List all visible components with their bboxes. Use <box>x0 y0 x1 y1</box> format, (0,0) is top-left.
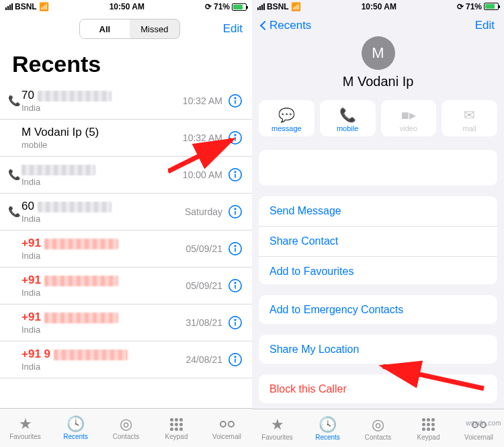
info-icon[interactable] <box>228 315 243 330</box>
share-contact-option[interactable]: Share Contact <box>259 227 497 257</box>
info-icon[interactable] <box>228 130 243 145</box>
call-time: 24/08/21 <box>186 354 223 365</box>
mail-icon: ✉ <box>444 107 495 123</box>
tab-bar: ★Favourites 🕓Recents ◎Contacts Keypad Vo… <box>252 409 504 447</box>
outgoing-call-icon: 📞 <box>8 95 22 107</box>
call-row[interactable]: 📞60 IndiaSaturday <box>0 194 252 231</box>
svg-point-8 <box>235 171 235 172</box>
svg-point-14 <box>235 245 235 246</box>
emergency-card: Add to Emergency Contacts <box>259 295 497 324</box>
call-sublabel: India <box>22 177 183 187</box>
tab-recents[interactable]: 🕓Recents <box>302 416 353 441</box>
svg-point-17 <box>235 282 235 283</box>
tab-favourites[interactable]: ★Favourites <box>252 416 302 441</box>
watermark: wsxdn.com <box>466 419 501 427</box>
keypad-icon <box>422 418 435 431</box>
add-favourites-option[interactable]: Add to Favourites <box>259 257 497 284</box>
call-row[interactable]: 📞70 India10:32 AM <box>0 83 252 120</box>
segmented-control[interactable]: All Missed <box>79 19 180 39</box>
info-icon[interactable] <box>228 93 243 108</box>
edit-button[interactable]: Edit <box>475 19 495 32</box>
caller-name: 60 <box>22 200 185 213</box>
tab-keypad[interactable]: Keypad <box>151 415 202 440</box>
caller-name: +91 <box>22 311 186 324</box>
avatar: M <box>362 36 395 70</box>
status-bar: BSNL 📶 10:50 AM ⟳ 71% <box>252 0 504 13</box>
share-location-option[interactable]: Share My Location <box>259 335 497 364</box>
battery-percent: 71% <box>214 2 230 11</box>
caller-name: +91 <box>22 237 186 250</box>
signal-icon <box>5 3 13 10</box>
battery-icon <box>484 3 499 10</box>
contact-name: M Vodani Ip <box>252 74 504 89</box>
wifi-icon: 📶 <box>291 2 301 11</box>
call-sublabel: mobile <box>22 140 183 150</box>
caller-name: +91 <box>22 274 186 287</box>
call-row[interactable]: M Vodani Ip (5)mobile10:32 AM <box>0 120 252 157</box>
star-icon: ★ <box>0 415 50 433</box>
info-icon[interactable] <box>228 278 243 293</box>
carrier-label: BSNL <box>15 2 37 11</box>
call-time: 31/08/21 <box>186 317 223 328</box>
info-icon[interactable] <box>228 352 243 367</box>
detail-card <box>259 150 497 186</box>
recents-list[interactable]: 📞70 India10:32 AMM Vodani Ip (5)mobile10… <box>0 83 252 408</box>
seg-missed[interactable]: Missed <box>130 19 179 38</box>
back-button[interactable]: Recents <box>261 19 311 32</box>
edit-button[interactable]: Edit <box>223 22 243 36</box>
recents-screen: BSNL 📶 10:50 AM ⟳ 71% All Missed Edit Re… <box>0 0 252 447</box>
call-row[interactable]: +91 India05/09/21 <box>0 268 252 304</box>
video-icon: ■▸ <box>384 107 434 123</box>
tab-contacts[interactable]: ◎Contacts <box>353 416 403 441</box>
call-time: 10:32 AM <box>183 132 222 143</box>
mobile-action[interactable]: 📞mobile <box>320 100 376 136</box>
call-row[interactable]: +91 India05/09/21 <box>0 231 252 268</box>
contact-detail-screen: BSNL 📶 10:50 AM ⟳ 71% Recents Edit M M V… <box>252 0 504 447</box>
call-sublabel: India <box>22 288 186 298</box>
battery-icon <box>232 3 247 11</box>
call-time: 05/09/21 <box>186 280 223 291</box>
tab-keypad[interactable]: Keypad <box>403 416 454 441</box>
phone-icon: 📞 <box>323 107 373 123</box>
caller-name: 70 <box>22 89 183 102</box>
clock-icon: 🕓 <box>302 416 353 434</box>
send-message-option[interactable]: Send Message <box>259 196 497 227</box>
call-sublabel: India <box>22 362 186 372</box>
mail-action[interactable]: ✉mail <box>442 100 497 136</box>
message-icon: 💬 <box>261 107 312 123</box>
tab-contacts[interactable]: ◎Contacts <box>101 415 151 440</box>
status-time: 10:50 AM <box>110 2 144 11</box>
call-row[interactable]: +91 India31/08/21 <box>0 304 252 341</box>
call-row[interactable]: +91 9 India24/08/21 <box>0 341 252 378</box>
outgoing-call-icon: 📞 <box>8 169 22 181</box>
add-emergency-option[interactable]: Add to Emergency Contacts <box>259 295 497 324</box>
svg-point-23 <box>235 356 235 357</box>
svg-point-20 <box>235 319 235 320</box>
actions-card: Send Message Share Contact Add to Favour… <box>259 196 497 284</box>
seg-all[interactable]: All <box>80 19 130 38</box>
call-time: 10:00 AM <box>183 169 222 180</box>
info-icon[interactable] <box>228 167 243 182</box>
message-action[interactable]: 💬message <box>259 100 314 136</box>
tab-favourites[interactable]: ★Favourites <box>0 415 50 440</box>
caller-name: +91 9 <box>22 348 186 361</box>
call-time: 05/09/21 <box>186 243 223 254</box>
call-sublabel: India <box>22 103 183 113</box>
tab-voicemail[interactable]: Voicemail <box>202 415 252 440</box>
info-icon[interactable] <box>228 204 243 219</box>
keypad-icon <box>170 418 183 431</box>
block-caller-option[interactable]: Block this Caller <box>259 374 497 403</box>
call-sublabel: India <box>22 251 186 261</box>
clock-icon: 🕓 <box>50 415 101 433</box>
call-row[interactable]: 📞India10:00 AM <box>0 157 252 194</box>
wifi-icon: 📶 <box>39 2 49 11</box>
svg-point-11 <box>235 208 235 209</box>
info-icon[interactable] <box>228 241 243 256</box>
caller-name: M Vodani Ip (5) <box>22 126 183 139</box>
contact-icon: ◎ <box>353 416 403 434</box>
location-card: Share My Location <box>259 335 497 364</box>
tab-recents[interactable]: 🕓Recents <box>50 415 101 440</box>
status-bar: BSNL 📶 10:50 AM ⟳ 71% <box>0 0 252 13</box>
contact-icon: ◎ <box>101 415 151 433</box>
video-action[interactable]: ■▸video <box>381 100 437 136</box>
